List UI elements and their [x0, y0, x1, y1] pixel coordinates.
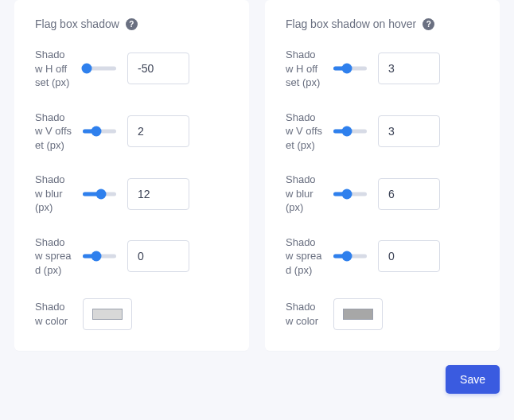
shadow-h-offset-input[interactable] — [127, 52, 189, 84]
shadow-spread-label: Shadow spread (px) — [286, 235, 322, 278]
shadow-h-offset-row: Shadow H offset (px) — [286, 41, 479, 104]
card-title-text: Flag box shadow on hover — [286, 18, 416, 30]
shadow-h-offset-label: Shadow H offset (px) — [286, 48, 322, 90]
shadow-spread-input[interactable] — [378, 240, 440, 272]
shadow-blur-slider[interactable] — [83, 189, 116, 200]
shadow-spread-slider[interactable] — [333, 251, 367, 262]
shadow-blur-row: Shadow blur (px) — [286, 166, 479, 229]
shadow-h-offset-label: Shadow H offset (px) — [35, 48, 72, 90]
shadow-v-offset-row: Shadow V offset (px) — [286, 104, 479, 167]
shadow-blur-row: Shadow blur (px) — [35, 166, 228, 229]
shadow-h-offset-slider[interactable] — [83, 63, 116, 74]
shadow-blur-input[interactable] — [127, 178, 189, 210]
shadow-spread-label: Shadow spread (px) — [35, 235, 72, 278]
shadow-color-swatch — [343, 309, 373, 320]
card-title-text: Flag box shadow — [35, 18, 119, 30]
flag-box-shadow-hover-card: Flag box shadow on hover ? Shadow H offs… — [265, 0, 500, 351]
shadow-v-offset-input[interactable] — [378, 115, 440, 147]
shadow-v-offset-row: Shadow V offset (px) — [35, 104, 228, 167]
shadow-v-offset-slider[interactable] — [333, 126, 367, 137]
shadow-color-swatch — [92, 309, 123, 320]
shadow-v-offset-label: Shadow V offset (px) — [35, 111, 72, 153]
save-button[interactable]: Save — [446, 365, 500, 394]
shadow-color-row: Shadow color — [286, 292, 479, 330]
shadow-color-label: Shadow color — [286, 300, 322, 328]
help-icon[interactable]: ? — [126, 18, 138, 30]
shadow-blur-input[interactable] — [378, 178, 440, 210]
shadow-color-picker[interactable] — [333, 298, 383, 330]
shadow-spread-slider[interactable] — [83, 251, 116, 262]
shadow-h-offset-row: Shadow H offset (px) — [35, 41, 228, 104]
shadow-spread-row: Shadow spread (px) — [35, 229, 228, 292]
shadow-color-picker[interactable] — [83, 298, 132, 330]
shadow-h-offset-slider[interactable] — [333, 63, 367, 74]
help-icon[interactable]: ? — [422, 18, 434, 30]
shadow-h-offset-input[interactable] — [378, 52, 440, 84]
shadow-color-row: Shadow color — [35, 292, 228, 330]
shadow-blur-label: Shadow blur (px) — [286, 173, 322, 215]
shadow-spread-row: Shadow spread (px) — [286, 229, 479, 292]
shadow-v-offset-input[interactable] — [127, 115, 189, 147]
shadow-blur-slider[interactable] — [333, 189, 367, 200]
shadow-color-label: Shadow color — [35, 300, 72, 328]
shadow-spread-input[interactable] — [127, 240, 189, 272]
shadow-v-offset-slider[interactable] — [83, 126, 116, 137]
card-title: Flag box shadow on hover ? — [286, 18, 479, 30]
card-title: Flag box shadow ? — [35, 18, 228, 30]
shadow-blur-label: Shadow blur (px) — [35, 173, 72, 215]
flag-box-shadow-card: Flag box shadow ? Shadow H offset (px) S… — [14, 0, 249, 351]
shadow-v-offset-label: Shadow V offset (px) — [286, 111, 322, 153]
